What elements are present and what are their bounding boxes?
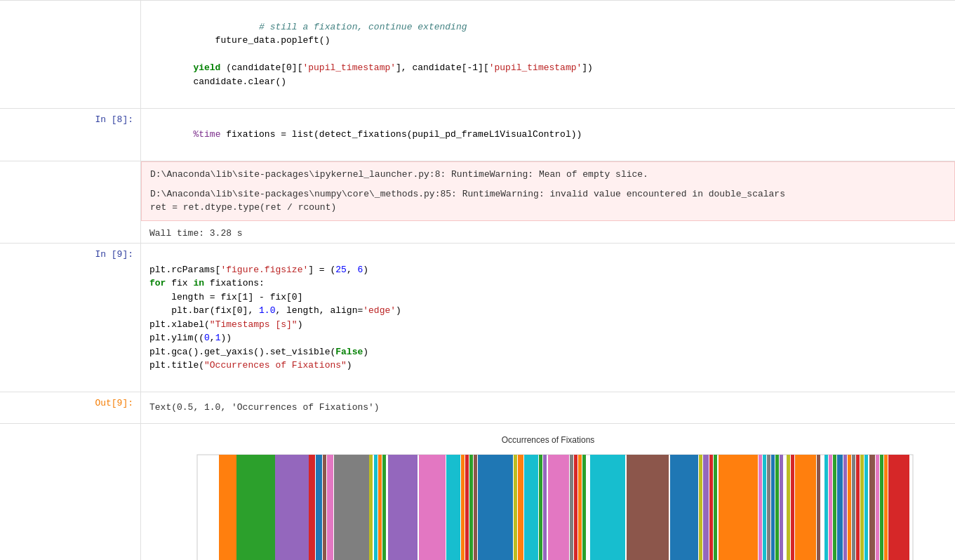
yield-p3: ]) (582, 62, 593, 73)
svg-rect-59 (869, 455, 875, 561)
out9-label: Out[9]: (95, 398, 133, 408)
svg-rect-25 (543, 455, 547, 561)
out8-warning-box: D:\Anaconda\lib\site-packages\ipykernel_… (141, 161, 955, 221)
cell-out9-text: Out[9]: Text(0.5, 1.0, 'Occurrences of F… (0, 392, 955, 423)
svg-rect-20 (478, 455, 513, 561)
cell-gutter-in8: In [8]: (0, 109, 140, 161)
in9-code: plt.rcParams['figure.figsize'] = (25, 6)… (149, 249, 947, 386)
svg-rect-4 (309, 455, 315, 561)
warn-line2: D:\Anaconda\lib\site-packages\numpy\core… (150, 187, 946, 201)
popleft-line: future_data.popleft() (149, 35, 330, 46)
cell-in9: In [9]: plt.rcParams['figure.figsize'] =… (0, 243, 955, 392)
cell-content-in8[interactable]: %time fixations = list(detect_fixations(… (140, 109, 955, 161)
svg-rect-14 (419, 455, 446, 561)
svg-rect-31 (590, 455, 625, 561)
warn-spacer (150, 182, 946, 187)
cell-content-in9[interactable]: plt.rcParams['figure.figsize'] = (25, 6)… (140, 244, 955, 392)
svg-rect-7 (327, 455, 333, 561)
cell-content-top: # still a fixation, continue extending f… (140, 1, 955, 108)
bar-chart-svg: 110700 110720 110740 110760 110780 11080… (162, 448, 934, 561)
cell-out9-chart: Occurrences of Fixations (0, 423, 955, 561)
svg-rect-57 (860, 455, 864, 561)
svg-rect-53 (843, 455, 847, 561)
cell-gutter-top (0, 1, 140, 108)
svg-rect-33 (670, 455, 698, 561)
svg-rect-34 (699, 455, 702, 561)
svg-rect-45 (787, 455, 790, 561)
top-code-block: # still a fixation, continue extending f… (149, 6, 947, 102)
in9-label: In [9]: (95, 249, 133, 260)
in8-pct-time: %time (193, 129, 220, 140)
cell-gutter-in9: In [9]: (0, 244, 140, 392)
in8-code: %time fixations = list(detect_fixations(… (149, 114, 947, 156)
svg-rect-13 (388, 455, 418, 561)
in8-label: In [8]: (95, 114, 133, 125)
svg-rect-1 (219, 455, 236, 561)
svg-rect-51 (833, 455, 836, 561)
svg-rect-58 (864, 455, 868, 561)
svg-rect-56 (856, 455, 860, 561)
comment-line: # still a fixation, continue extending (193, 22, 467, 32)
svg-rect-37 (714, 455, 717, 561)
chart-title: Occurrences of Fixations (149, 435, 947, 445)
cell-gutter-out9: Out[9]: (0, 392, 140, 423)
svg-rect-27 (570, 455, 573, 561)
svg-rect-8 (334, 455, 369, 561)
yield-p2: ], candidate[-1][ (396, 62, 489, 73)
cell-content-out9: Text(0.5, 1.0, 'Occurrences of Fixations… (140, 392, 955, 423)
warn-line3: ret = ret.dtype.type(ret / rcount) (150, 201, 946, 215)
svg-rect-9 (369, 455, 373, 561)
chart-container: Occurrences of Fixations (149, 435, 947, 561)
svg-rect-23 (524, 455, 538, 561)
svg-rect-3 (275, 455, 309, 561)
svg-rect-48 (817, 455, 820, 561)
svg-rect-52 (837, 455, 843, 561)
cell-out8: D:\Anaconda\lib\site-packages\ipykernel_… (0, 161, 955, 243)
cell-content-chart: Occurrences of Fixations (140, 424, 955, 561)
svg-rect-47 (795, 455, 816, 561)
svg-rect-21 (514, 455, 517, 561)
svg-rect-35 (703, 455, 709, 561)
out8-wall-time: Wall time: 3.28 s (141, 224, 955, 244)
svg-rect-6 (323, 455, 326, 561)
svg-rect-42 (771, 455, 775, 561)
svg-rect-60 (876, 455, 879, 561)
warn-line1: D:\Anaconda\lib\site-packages\ipykernel_… (150, 168, 946, 182)
svg-rect-12 (382, 455, 386, 561)
svg-rect-22 (518, 455, 523, 561)
out9-text-value: Text(0.5, 1.0, 'Occurrences of Fixations… (149, 398, 947, 418)
cell-gutter-out8 (0, 161, 140, 243)
svg-rect-61 (880, 455, 883, 561)
svg-rect-39 (759, 455, 762, 561)
yield-str1: 'pupil_timestamp' (302, 62, 396, 73)
yield-kw: yield (149, 62, 226, 73)
svg-rect-26 (548, 455, 569, 561)
svg-rect-41 (767, 455, 770, 561)
svg-rect-17 (465, 455, 469, 561)
svg-rect-11 (378, 455, 382, 561)
cell-in8: In [8]: %time fixations = list(detect_fi… (0, 108, 955, 161)
svg-rect-38 (719, 455, 758, 561)
svg-rect-24 (539, 455, 542, 561)
svg-rect-15 (446, 455, 460, 561)
cell-content-out8: D:\Anaconda\lib\site-packages\ipykernel_… (140, 161, 955, 243)
svg-rect-29 (578, 455, 582, 561)
notebook: # still a fixation, continue extending f… (0, 0, 955, 560)
svg-rect-36 (709, 455, 713, 561)
svg-rect-63 (888, 455, 909, 561)
svg-rect-43 (775, 455, 779, 561)
yield-p1: (candidate[0][ (226, 62, 302, 73)
svg-rect-55 (852, 455, 855, 561)
cell-top-code: # still a fixation, continue extending f… (0, 0, 955, 108)
svg-rect-54 (848, 455, 851, 561)
svg-rect-19 (474, 455, 477, 561)
chart-plot-area: 110700 110720 110740 110760 110780 11080… (149, 448, 947, 561)
svg-rect-10 (374, 455, 378, 561)
svg-rect-2 (236, 455, 275, 561)
svg-rect-18 (469, 455, 473, 561)
svg-rect-28 (574, 455, 577, 561)
in8-rest: fixations = list(detect_fixations(pupil_… (220, 129, 582, 140)
svg-rect-40 (763, 455, 766, 561)
svg-rect-62 (884, 455, 888, 561)
svg-rect-30 (582, 455, 586, 561)
